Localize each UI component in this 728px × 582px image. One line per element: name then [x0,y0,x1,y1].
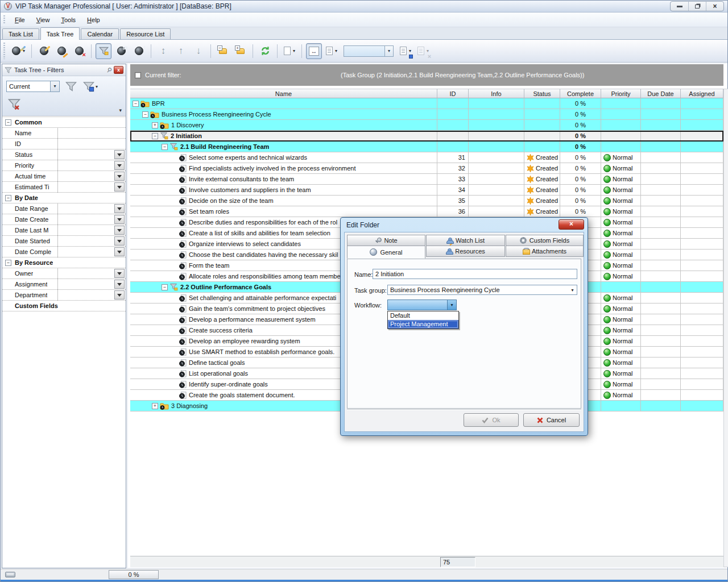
filters-panel-header[interactable]: Task Tree - Filters ⚲ x [2,64,126,76]
table-row[interactable]: Set team roles36Created0 %Normal [130,206,723,217]
filter-preset-dropdown-icon[interactable]: ▾ [50,81,59,92]
move-down-button[interactable]: ↓ [191,43,206,59]
expand-icon[interactable]: + [152,403,158,409]
task-group-dropdown-icon[interactable]: ▾ [568,285,577,294]
dialog-title-bar[interactable]: Edit Folder [341,218,588,232]
filter-field-value[interactable] [57,128,126,139]
menu-tools[interactable]: Tools [56,15,81,25]
filter-field-estimated-ti[interactable]: Estimated Ti [2,182,126,193]
expand-all-button[interactable]: + [233,43,249,59]
filter-field-dropdown-button[interactable] [114,172,125,181]
filter-field-owner[interactable]: Owner [2,268,126,279]
filter-field-date-comple[interactable]: Date Comple [2,247,126,257]
pin-icon[interactable]: ⚲ [105,65,114,74]
refresh-button[interactable] [257,43,273,59]
filter-field-value[interactable] [57,139,126,149]
tab-watch-list[interactable]: Watch List [426,235,505,246]
menu-file[interactable]: File [10,15,30,25]
filter-section-common[interactable]: −Common [2,117,126,128]
table-row[interactable]: Select some experts and technical wizard… [130,152,723,163]
new-subtask-button[interactable] [36,43,52,59]
filter-field-dropdown-button[interactable] [114,150,125,159]
filter-section-by-resource[interactable]: −By Resource [2,257,126,268]
column-header-complete[interactable]: Complete [560,89,601,98]
expand-icon[interactable]: + [152,122,158,128]
tab-attachments[interactable]: Attachments [506,246,584,257]
filter-field-date-range[interactable]: Date Range [2,203,126,214]
columns-button[interactable]: ▾ [324,43,340,59]
collapse-icon[interactable]: − [152,133,158,139]
collapse-icon[interactable]: − [162,144,168,150]
tab-task-tree[interactable]: Task Tree [40,27,80,40]
cancel-button[interactable]: Cancel [523,413,580,427]
table-row[interactable]: −BPR0 % [130,98,723,109]
collapse-icon[interactable]: − [5,195,11,201]
tab-task-list[interactable]: Task List [2,28,39,39]
tab-custom-fields[interactable]: Custom Fields [506,235,584,246]
filter-field-dropdown-button[interactable] [114,236,125,246]
collapse-icon[interactable]: − [133,101,139,107]
minimize-button[interactable] [671,2,688,11]
export-button[interactable]: ▾ [282,43,297,59]
filter-field-assignment[interactable]: Assignment [2,279,126,290]
save-view-button[interactable]: ▾ [398,43,413,59]
workflow-dropdown-icon[interactable]: ▾ [447,300,456,310]
column-header-info[interactable]: Info [469,89,524,98]
filter-checkbox[interactable] [135,72,141,78]
workflow-combobox[interactable]: ▾ [387,300,457,310]
column-header-status[interactable]: Status [524,89,560,98]
filters-toolbar-caret-icon[interactable]: ▾ [119,107,122,113]
dialog-close-button[interactable]: × [559,219,584,230]
filter-field-dropdown-button[interactable] [114,290,125,300]
new-task-button[interactable]: ▾ [10,43,27,59]
table-row[interactable]: −Business Process Reengineering Cycle0 % [130,109,723,120]
title-bar[interactable]: V VIP Task Manager Professional [ User: … [1,1,727,13]
filters-close-button[interactable]: x [114,66,123,74]
column-header-id[interactable]: ID [437,89,469,98]
filter-field-priority[interactable]: Priority [2,160,126,171]
filter-field-dropdown-button[interactable] [114,269,125,278]
tab-resource-list[interactable]: Resource List [120,28,171,39]
folder-name-input[interactable] [373,269,577,279]
tab-general[interactable]: General [347,246,425,259]
filter-field-id[interactable]: ID [2,139,126,149]
task-group-combobox[interactable]: Business Process Reengineering Cycle ▾ [387,285,577,295]
table-row[interactable]: +1 Discovery0 % [130,120,723,131]
complete-task-button[interactable] [113,43,129,59]
filter-field-dropdown-button[interactable] [114,215,125,224]
filter-field-actual-time[interactable]: Actual time [2,171,126,182]
vertical-scrollbar[interactable] [723,89,728,567]
edit-task-button[interactable] [53,43,69,59]
update-task-button[interactable]: ↑ [131,43,147,59]
filter-field-dropdown-button[interactable] [114,182,125,192]
table-row[interactable]: Invite external consultants to the team3… [130,174,723,185]
move-updown-button[interactable]: ↕ [155,43,171,59]
filter-field-date-started[interactable]: Date Started [2,236,126,247]
filter-field-dropdown-button[interactable] [114,204,125,213]
collapse-icon[interactable]: − [142,111,148,118]
filter-field-dropdown-button[interactable] [114,280,125,289]
filter-field-department[interactable]: Department [2,290,126,301]
column-header-name[interactable]: Name [130,89,437,98]
delete-view-button[interactable]: ×▾ [415,43,431,59]
filter-field-date-create[interactable]: Date Create [2,214,126,225]
move-up-button[interactable]: ↑ [173,43,189,59]
menu-view[interactable]: View [31,15,55,25]
table-row[interactable]: −2 Initiation0 % [130,131,723,142]
view-combobox[interactable]: ▾ [341,43,396,59]
filter-field-date-last-m[interactable]: Date Last M [2,225,126,236]
tab-note[interactable]: Note [347,235,425,246]
column-header-due-date[interactable]: Due Date [641,89,681,98]
apply-filter-button[interactable] [63,79,80,94]
filter-field-dropdown-button[interactable] [114,247,125,256]
tab-resources[interactable]: Resources [426,246,505,257]
table-row[interactable]: Involve customers and suppliers in the t… [130,185,723,196]
restore-button[interactable] [688,2,706,11]
fit-width-button[interactable]: ↔ [306,43,322,59]
table-row[interactable]: Decide on the size of the team35Created0… [130,196,723,206]
filter-section-custom-fields[interactable]: Custom Fields [2,301,126,311]
column-header-priority[interactable]: Priority [601,89,641,98]
table-row[interactable]: −2.1 Build Reengineering Team0 % [130,142,723,152]
filter-preset-combobox[interactable]: Current ▾ [6,81,60,92]
filter-field-status[interactable]: Status [2,149,126,160]
